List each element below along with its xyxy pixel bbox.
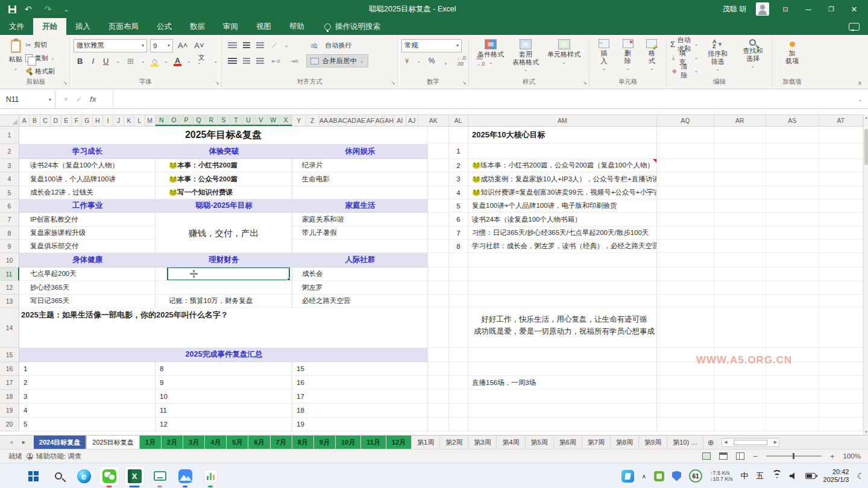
cell[interactable] [657, 295, 714, 308]
underline-button[interactable]: U [101, 57, 110, 66]
cell[interactable] [766, 418, 819, 431]
cell[interactable] [449, 404, 468, 418]
cell[interactable] [428, 418, 449, 431]
column-header-AG[interactable]: AG [376, 115, 385, 126]
cell[interactable] [714, 295, 766, 308]
cell[interactable] [819, 362, 863, 376]
cell[interactable] [714, 240, 766, 253]
wrap-text-button[interactable]: 自动换行 [326, 41, 352, 50]
tab-view[interactable]: 视图 [247, 18, 280, 35]
normal-view-icon[interactable] [702, 452, 711, 460]
column-header-I[interactable]: I [103, 115, 113, 126]
cell[interactable] [766, 295, 819, 308]
borders-icon[interactable]: ⊞ [125, 57, 136, 66]
row-header-14[interactable]: 14 [0, 308, 19, 348]
number-dialog-launcher-icon[interactable]: ↘ [462, 80, 467, 86]
tab-help[interactable]: 帮助 [280, 18, 313, 35]
confirm-entry-icon[interactable]: ✓ [76, 95, 82, 104]
vertical-scroll-thumb[interactable] [864, 129, 868, 165]
cell[interactable] [819, 127, 863, 144]
row-header-11[interactable]: 11 [0, 267, 19, 281]
sheet-tab-1月[interactable]: 1月 [140, 436, 162, 449]
cell[interactable] [428, 253, 449, 267]
number-format-select[interactable]: 常规▾ [401, 39, 462, 52]
increase-font-icon[interactable]: A˄ [176, 41, 189, 50]
new-sheet-button[interactable]: ⊕ [703, 436, 718, 449]
cell[interactable]: 读书24本（复盘100个人物） [19, 159, 156, 172]
cell[interactable]: 4 [19, 404, 156, 418]
row-header-4[interactable]: 4 [0, 172, 19, 186]
format-cells-button[interactable]: 格式⌄ [641, 38, 662, 78]
column-header-AQ[interactable]: AQ [657, 115, 714, 126]
hscroll-right-icon[interactable]: ▶ [774, 440, 777, 445]
cell[interactable]: 纪录片 [292, 159, 428, 172]
cell[interactable] [819, 186, 863, 199]
cell[interactable] [766, 159, 819, 172]
collapse-ribbon-icon[interactable]: ∧ [858, 80, 862, 86]
cell[interactable] [766, 390, 819, 404]
cell[interactable] [657, 253, 714, 267]
cell[interactable] [714, 172, 766, 186]
cell[interactable] [819, 172, 863, 186]
cell[interactable]: 7 [449, 227, 468, 240]
column-header-R[interactable]: R [205, 115, 218, 126]
row-header-17[interactable]: 17 [0, 376, 19, 390]
cell[interactable]: 复盘俱乐部交付 [19, 240, 156, 253]
cell[interactable]: 3 [19, 390, 156, 404]
horizontal-scrollbar[interactable]: ◀ ▶ [722, 438, 779, 447]
cell[interactable] [428, 281, 449, 295]
cell[interactable] [819, 253, 863, 267]
cell[interactable] [657, 227, 714, 240]
wrap-text-icon[interactable]: ab̲ [309, 42, 319, 49]
cell[interactable] [428, 199, 449, 213]
row-header-19[interactable]: 19 [0, 404, 19, 418]
column-header-AK[interactable]: AK [418, 115, 449, 126]
cell[interactable] [449, 267, 468, 281]
clear-button[interactable]: ◆清除⌄ [670, 65, 698, 77]
column-header-AE[interactable]: AE [357, 115, 366, 126]
cell[interactable]: 2 [19, 376, 156, 390]
cell[interactable] [468, 348, 657, 362]
cell[interactable] [766, 253, 819, 267]
tell-me-search[interactable]: 操作说明搜索 [324, 18, 380, 35]
column-header-C[interactable]: C [40, 115, 51, 126]
accounting-format-icon[interactable]: ¥ [403, 57, 410, 64]
cell[interactable]: 赚钱，交付，产出 [156, 227, 292, 240]
format-as-table-button[interactable]: 套用表格格式⌄ [508, 38, 543, 78]
column-header-O[interactable]: O [168, 115, 181, 126]
cell[interactable] [766, 240, 819, 253]
cell-band[interactable]: 家庭生活 [292, 199, 428, 213]
tab-review[interactable]: 审阅 [214, 18, 247, 35]
sheet-nav-left-icon[interactable]: ◄ [8, 439, 14, 445]
cell[interactable]: 成长会 [292, 267, 428, 281]
cell[interactable] [819, 376, 863, 390]
cell[interactable] [449, 362, 468, 376]
zoom-level[interactable]: 100% [843, 452, 861, 460]
tray-expand-icon[interactable]: ∧ [642, 473, 646, 480]
minimize-button[interactable]: ─ [802, 5, 815, 14]
font-size-select[interactable]: 9▾ [150, 39, 173, 52]
align-top-icon[interactable] [228, 42, 237, 49]
cell[interactable]: 8 [449, 240, 468, 253]
column-header-V[interactable]: V [255, 115, 268, 126]
row-header-1[interactable]: 1 [0, 127, 19, 144]
cell[interactable] [766, 267, 819, 281]
cell[interactable] [449, 418, 468, 431]
cell[interactable]: IP创富私教交付 [19, 213, 156, 227]
cell[interactable] [428, 159, 449, 172]
cell[interactable]: 习惯：日记365天/抄心经365天/七点早起200天/散步100天 [468, 227, 657, 240]
row-header-6[interactable]: 6 [0, 199, 19, 213]
font-dialog-launcher-icon[interactable]: ↘ [215, 80, 219, 86]
sheet-tab-第5周[interactable]: 第5周 [526, 436, 554, 449]
insert-function-icon[interactable]: fx [90, 95, 96, 104]
cell[interactable] [449, 253, 468, 267]
cell[interactable] [428, 227, 449, 240]
delete-cells-button[interactable]: 删除⌄ [617, 38, 639, 78]
ribbon-display-options-icon[interactable]: ⊡ [779, 5, 792, 13]
cell[interactable] [657, 144, 714, 159]
taskbar-windows-start[interactable] [20, 463, 46, 488]
cell[interactable] [449, 281, 468, 295]
cell[interactable] [449, 348, 468, 362]
align-center-icon[interactable] [243, 58, 250, 64]
sheet-tab-第7周[interactable]: 第7周 [582, 436, 611, 449]
